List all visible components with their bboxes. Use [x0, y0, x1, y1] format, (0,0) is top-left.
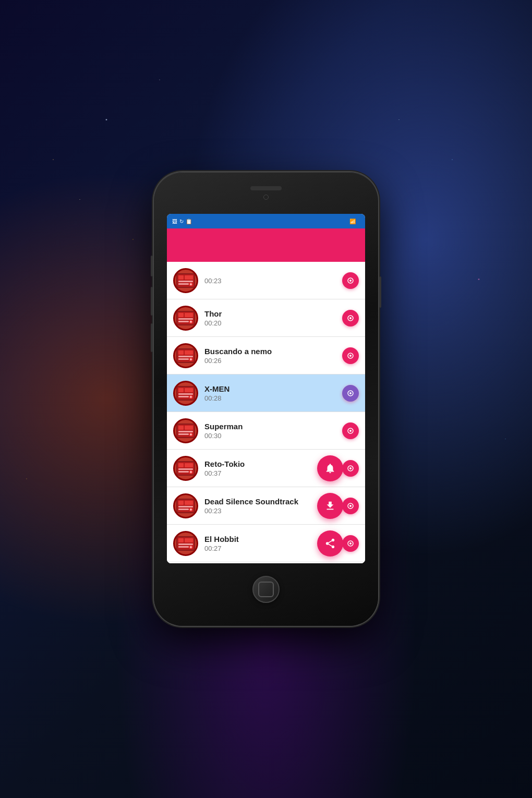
silent-switch[interactable] [151, 256, 153, 276]
song-title: Superman [204, 422, 342, 431]
phone-top [154, 172, 378, 214]
song-item[interactable]: Superman 00:30 [167, 412, 365, 450]
song-thumbnail [173, 493, 198, 518]
svg-point-79 [349, 542, 352, 545]
song-thumbnail [173, 343, 198, 368]
song-item[interactable]: 00:23 [167, 262, 365, 299]
song-item[interactable]: Thor 00:20 [167, 299, 365, 337]
song-item[interactable]: End Credits 00:34 [167, 562, 365, 563]
svg-rect-14 [178, 318, 193, 320]
song-item[interactable]: El Hobbit 00:27 [167, 525, 365, 562]
song-list: 00:23 Thor 00:20 [167, 262, 365, 563]
home-button[interactable] [252, 576, 280, 603]
svg-rect-32 [178, 388, 184, 392]
song-item[interactable]: X-MEN 00:28 [167, 374, 365, 412]
svg-rect-52 [178, 463, 184, 467]
power-button[interactable] [379, 276, 381, 308]
song-item[interactable]: Buscando a nemo 00:26 [167, 337, 365, 374]
svg-rect-55 [178, 471, 189, 473]
svg-rect-4 [178, 281, 193, 282]
song-thumbnail [173, 418, 198, 443]
song-duration: 00:20 [204, 319, 342, 327]
song-info: Thor 00:20 [204, 309, 342, 327]
phone-frame: 🖼 ↻ 📋 📶 [154, 172, 378, 626]
svg-rect-15 [178, 321, 189, 322]
song-info: Buscando a nemo 00:26 [204, 347, 342, 365]
home-button-inner [258, 582, 274, 597]
svg-rect-12 [178, 313, 184, 317]
svg-rect-42 [178, 426, 184, 430]
song-item[interactable]: Reto-Tokio 00:37 [167, 450, 365, 487]
svg-point-59 [349, 467, 352, 469]
svg-rect-53 [185, 463, 193, 467]
app-bar [167, 228, 365, 262]
svg-rect-24 [178, 356, 193, 357]
svg-point-69 [349, 505, 352, 507]
song-info: Superman 00:30 [204, 422, 342, 440]
status-info: 📶 [349, 219, 360, 224]
svg-rect-63 [185, 501, 193, 505]
song-play-button[interactable] [342, 498, 359, 514]
phone-bottom [154, 563, 378, 615]
svg-rect-73 [185, 538, 193, 542]
song-title: Thor [204, 309, 342, 318]
volume-down-button[interactable] [151, 323, 153, 352]
song-duration: 00:23 [204, 277, 342, 285]
svg-rect-34 [178, 393, 193, 395]
speaker-grille [250, 186, 282, 190]
song-title: Buscando a nemo [204, 347, 342, 356]
song-title: X-MEN [204, 384, 342, 393]
svg-point-19 [349, 317, 352, 319]
svg-point-9 [349, 280, 352, 282]
svg-rect-62 [178, 501, 184, 505]
svg-rect-13 [185, 313, 193, 317]
song-play-button[interactable] [342, 460, 359, 477]
song-duration: 00:26 [204, 357, 342, 365]
svg-rect-35 [178, 396, 189, 397]
song-thumbnail [173, 456, 198, 481]
svg-point-29 [349, 355, 352, 357]
svg-rect-33 [185, 388, 193, 392]
song-play-button[interactable] [342, 310, 359, 327]
svg-rect-5 [178, 283, 189, 285]
song-play-button[interactable] [342, 422, 359, 439]
svg-rect-54 [178, 468, 193, 470]
svg-rect-75 [178, 546, 189, 548]
song-thumbnail [173, 381, 198, 406]
svg-rect-45 [178, 433, 189, 435]
svg-point-39 [349, 392, 352, 394]
volume-up-button[interactable] [151, 287, 153, 316]
song-thumbnail [173, 268, 198, 293]
song-play-button[interactable] [342, 385, 359, 402]
fab-bell[interactable] [317, 455, 343, 481]
screenshot-icon: 📋 [186, 219, 192, 224]
svg-rect-44 [178, 431, 193, 432]
status-bar: 🖼 ↻ 📋 📶 [167, 214, 365, 228]
svg-rect-3 [185, 275, 193, 280]
song-thumbnail [173, 306, 198, 331]
song-info: 00:23 [204, 276, 342, 285]
svg-rect-72 [178, 538, 184, 542]
svg-rect-43 [185, 426, 193, 430]
status-icons: 🖼 ↻ 📋 [172, 219, 192, 224]
phone-screen: 🖼 ↻ 📋 📶 [167, 214, 365, 563]
song-play-button[interactable] [342, 272, 359, 289]
song-duration: 00:30 [204, 432, 342, 440]
front-camera [263, 195, 269, 200]
song-item[interactable]: Dead Silence Soundtrack 00:23 [167, 487, 365, 525]
svg-rect-22 [178, 350, 184, 355]
fab-download[interactable] [317, 493, 343, 519]
svg-rect-65 [178, 509, 189, 510]
song-play-button[interactable] [342, 535, 359, 552]
notification-icon: 🖼 [172, 219, 177, 224]
svg-rect-25 [178, 358, 189, 360]
song-thumbnail [173, 531, 198, 556]
svg-rect-2 [178, 275, 184, 280]
song-play-button[interactable] [342, 347, 359, 364]
sync-icon: ↻ [179, 219, 184, 224]
svg-rect-64 [178, 506, 193, 507]
fab-share[interactable] [317, 530, 343, 557]
svg-point-49 [349, 430, 352, 432]
svg-rect-23 [185, 350, 193, 355]
svg-rect-74 [178, 543, 193, 545]
